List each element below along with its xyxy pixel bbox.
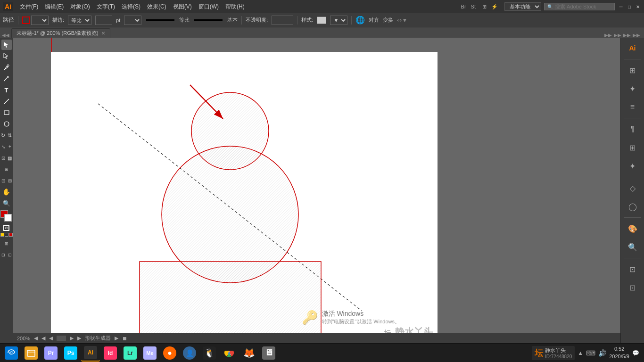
minimize-button[interactable]: ─ — [618, 3, 624, 10]
stroke-width-input[interactable]: 2 — [95, 16, 112, 25]
tray-speaker[interactable]: 🔊 — [598, 349, 606, 357]
rectangle-tool[interactable] — [1, 107, 12, 118]
illustrator-icon: Ai — [84, 346, 97, 359]
pen-tool[interactable] — [1, 62, 12, 73]
right-panel-collapse[interactable]: ▶▶ — [604, 33, 612, 38]
red-color[interactable] — [9, 233, 13, 237]
doc-tab-main[interactable]: 未标题-1* @ 200% (RGB/像素预览) ✕ — [11, 28, 110, 38]
direct-selection-tool[interactable] — [1, 51, 12, 61]
taskbar-edge[interactable] — [2, 345, 21, 362]
mesh-tool[interactable]: ⊡ — [0, 175, 6, 186]
hand-tool[interactable]: ✋ — [1, 187, 12, 197]
taskbar-orange-app[interactable]: ● — [160, 345, 179, 362]
column-graph-tool[interactable]: ▦ — [7, 153, 13, 163]
right-palette-btn[interactable]: 🎨 — [624, 220, 641, 237]
yellow-color[interactable] — [0, 233, 4, 237]
transform-options-icon[interactable]: ⇔▼ — [397, 17, 407, 24]
right-panel-collapse3[interactable]: ▶▶ — [623, 33, 631, 38]
line-tool[interactable] — [1, 96, 12, 107]
right-menu-btn[interactable]: ≡ — [624, 99, 641, 115]
stroke-type-select[interactable]: — — [31, 16, 49, 25]
stroke-preview-basic — [194, 19, 223, 21]
tray-up-arrow[interactable]: ▲ — [578, 350, 583, 356]
reflect-tool[interactable]: ⇅ — [7, 130, 13, 140]
taskbar-chrome[interactable] — [220, 345, 239, 362]
screen-mode-1[interactable]: ⊡ — [0, 250, 6, 260]
page-input[interactable]: 1 — [57, 336, 66, 341]
type-tool[interactable]: T — [1, 85, 12, 95]
right-grid2-btn[interactable]: ⊞ — [624, 139, 641, 156]
taskbar-penguin[interactable]: 🐧 — [200, 345, 219, 362]
next-page[interactable]: ▶ — [70, 335, 74, 341]
right-ai-btn[interactable]: Ai — [624, 40, 641, 57]
graph-tool[interactable]: ⊡ — [0, 153, 6, 163]
doc-tab-close[interactable]: ✕ — [101, 31, 105, 36]
left-panel-collapse[interactable]: ◀◀ — [2, 33, 9, 38]
taskbar-photoshop[interactable]: Ps — [61, 345, 80, 362]
style-swatch[interactable] — [317, 16, 326, 24]
right-grid-btn[interactable]: ⊞ — [624, 62, 641, 79]
scale-tool[interactable]: ⤡ — [0, 141, 6, 152]
none-swatch[interactable]: ⊘ — [3, 225, 9, 231]
zoom-tool[interactable]: 🔍 — [1, 198, 12, 208]
gradient-tool[interactable]: ⊞ — [7, 175, 13, 186]
right-circle-btn[interactable]: ◯ — [624, 198, 641, 215]
taskbar-media-encoder[interactable]: Me — [140, 345, 159, 362]
taskbar-explorer[interactable] — [22, 345, 41, 362]
taskbar-lightroom[interactable]: Lr — [121, 345, 140, 362]
fill-swatch[interactable] — [4, 214, 12, 222]
search-input[interactable] — [555, 4, 611, 9]
canvas-area[interactable]: 🔑 激活 Windows 转到"电脑设置"以激活 Windows。 坛 静水丫头… — [51, 52, 438, 343]
menu-view[interactable]: 视图(V) — [170, 2, 195, 12]
menu-edit[interactable]: 编辑(E) — [42, 2, 66, 12]
notification-icon[interactable]: 💬 — [632, 350, 639, 356]
taskbar-monitor[interactable]: 🖥 — [259, 345, 278, 362]
paint-tool[interactable] — [1, 119, 12, 129]
tool-pair-rotate: ↻ ⇅ — [0, 130, 13, 140]
right-para-btn[interactable]: ¶ — [624, 121, 641, 138]
close-button[interactable]: ✕ — [635, 3, 641, 10]
pencil-tool[interactable] — [1, 74, 12, 84]
workspace-selector[interactable]: 基本功能 — [504, 2, 541, 11]
right-panel-collapse2[interactable]: ▶▶ — [614, 33, 621, 38]
warp-tool[interactable]: ⌖ — [7, 141, 13, 152]
opacity-input[interactable]: 100% — [272, 16, 293, 25]
dark-color[interactable] — [5, 233, 8, 237]
rotate-tool[interactable]: ↻ — [0, 130, 6, 140]
menu-text[interactable]: 文字(T) — [94, 2, 118, 12]
right-box-btn[interactable]: ⊡ — [624, 279, 641, 296]
artboard-tool[interactable]: ⊞ — [1, 164, 12, 174]
taskbar-premiere[interactable]: Pr — [41, 345, 60, 362]
menu-effect[interactable]: 效果(C) — [144, 2, 169, 12]
toolbar: 路径 — 描边: 等比 2 pt — 等比 基本 不透明度: 100% 样式: … — [0, 13, 644, 27]
globe-icon[interactable]: 🌐 — [355, 16, 365, 25]
maximize-button[interactable]: □ — [626, 3, 633, 10]
right-star-btn[interactable]: ✦ — [624, 157, 641, 174]
menu-object[interactable]: 对象(O) — [67, 2, 92, 12]
stroke-proportion-select[interactable]: 等比 — [68, 16, 91, 25]
taskbar-firefox[interactable]: 🦊 — [239, 345, 258, 362]
next-page2[interactable]: ▶ — [77, 335, 81, 341]
tool-pair-scale: ⤡ ⌖ — [0, 141, 13, 152]
right-diamond-btn[interactable]: ◇ — [624, 180, 641, 197]
stop-btn[interactable]: ⏹ — [122, 336, 127, 341]
menu-window[interactable]: 窗口(W) — [196, 2, 222, 12]
prev-page2[interactable]: ◀ — [49, 335, 53, 341]
stroke-style-select[interactable]: — — [124, 16, 141, 25]
taskbar-indesign[interactable]: Id — [101, 345, 120, 362]
artboard-tool-2[interactable]: ⊞ — [1, 239, 12, 249]
menu-help[interactable]: 帮助(H) — [223, 2, 248, 12]
menu-file[interactable]: 文件(F) — [17, 2, 41, 12]
right-search-btn[interactable]: 🔍 — [624, 239, 641, 255]
prev-page[interactable]: ◀ — [41, 335, 45, 341]
selection-tool[interactable] — [1, 40, 12, 50]
taskbar-blue-app[interactable]: 👤 — [180, 345, 199, 362]
taskbar-illustrator[interactable]: Ai — [81, 345, 100, 362]
play-btn[interactable]: ▶ — [115, 335, 118, 341]
screen-mode-2[interactable]: ⊡ — [7, 250, 13, 260]
style-select[interactable]: ▼ — [330, 16, 347, 25]
right-color-btn[interactable]: ✦ — [624, 80, 641, 97]
right-panel-collapse4[interactable]: ▶▶ — [633, 33, 640, 38]
right-transform-btn[interactable]: ⊡ — [624, 261, 641, 278]
menu-select[interactable]: 选择(S) — [119, 2, 143, 12]
